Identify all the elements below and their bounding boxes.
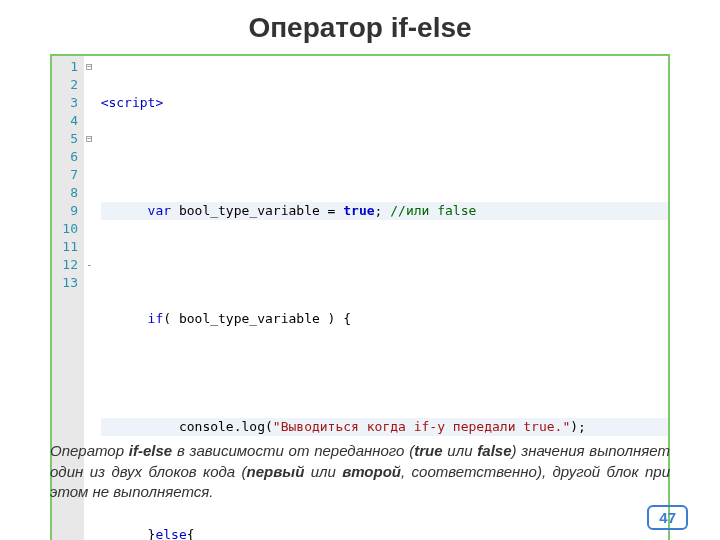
slide-description: Оператор if-else в зависимости от переда… [50,441,670,502]
page-number: 47 [647,505,688,530]
slide-title: Оператор if-else [0,0,720,54]
